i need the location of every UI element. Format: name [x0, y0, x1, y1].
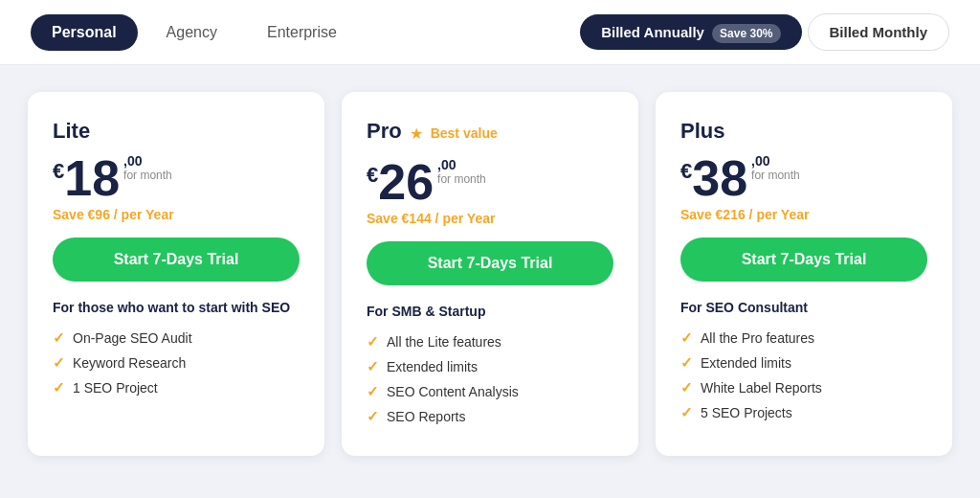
list-item: ✓All the Lite features — [367, 333, 613, 351]
plan-desc-lite: For those who want to start with SEO — [53, 299, 300, 318]
best-value-row: Pro ★ Best value — [367, 119, 613, 147]
price-row-pro: € 26 ,00 for month — [367, 157, 613, 207]
price-main-pro: 26 — [378, 157, 434, 207]
price-row-plus: € 38 ,00 for month — [680, 153, 927, 203]
tab-personal[interactable]: Personal — [31, 14, 138, 51]
plan-name-pro: Pro — [367, 119, 402, 144]
cards-section: Lite € 18 ,00 for month Save €96 / per Y… — [0, 65, 980, 475]
currency-plus: € — [680, 159, 692, 184]
list-item: ✓Extended limits — [680, 354, 927, 372]
save-text-lite: Save €96 / per Year — [53, 207, 300, 222]
list-item: ✓On-Page SEO Audit — [53, 329, 300, 347]
check-icon: ✓ — [367, 408, 379, 425]
plan-card-plus: Plus € 38 ,00 for month Save €216 / per … — [656, 92, 952, 456]
currency-lite: € — [53, 159, 64, 184]
list-item: ✓5 SEO Projects — [680, 404, 927, 421]
price-cents-pro: ,00 — [437, 157, 486, 172]
plan-card-pro: Pro ★ Best value € 26 ,00 for month Save… — [342, 92, 638, 456]
plan-name-plus: Plus — [680, 119, 927, 144]
feature-list-plus: ✓All the Pro features ✓Extended limits ✓… — [680, 329, 927, 421]
check-icon: ✓ — [680, 404, 693, 421]
tab-enterprise[interactable]: Enterprise — [246, 14, 358, 51]
list-item: ✓Extended limits — [367, 358, 613, 375]
plan-card-lite: Lite € 18 ,00 for month Save €96 / per Y… — [28, 92, 324, 456]
price-main-plus: 38 — [692, 153, 747, 203]
check-icon: ✓ — [53, 329, 65, 347]
list-item: ✓1 SEO Project — [53, 379, 300, 396]
trial-btn-plus[interactable]: Start 7-Days Trial — [680, 238, 927, 282]
check-icon: ✓ — [53, 354, 65, 372]
trial-btn-lite[interactable]: Start 7-Days Trial — [53, 238, 300, 282]
billing-annually-button[interactable]: Billed Annually Save 30% — [580, 14, 801, 50]
trial-btn-pro[interactable]: Start 7-Days Trial — [367, 241, 613, 285]
price-cents-plus: ,00 — [751, 153, 800, 169]
plan-desc-plus: For SEO Consultant — [680, 299, 927, 318]
save-text-plus: Save €216 / per Year — [680, 207, 927, 222]
feature-list-pro: ✓All the Lite features ✓Extended limits … — [367, 333, 613, 425]
check-icon: ✓ — [680, 379, 693, 396]
tab-agency[interactable]: Agency — [145, 14, 238, 51]
billing-monthly-button[interactable]: Billed Monthly — [808, 13, 950, 51]
check-icon: ✓ — [680, 329, 693, 347]
best-value-label: Best value — [431, 125, 498, 141]
save-text-pro: Save €144 / per Year — [367, 211, 613, 226]
price-period-pro: for month — [437, 172, 486, 186]
check-icon: ✓ — [680, 354, 693, 372]
price-main-lite: 18 — [64, 153, 120, 203]
price-period-lite: for month — [123, 169, 172, 182]
top-nav: Personal Agency Enterprise Billed Annual… — [0, 0, 980, 65]
list-item: ✓Keyword Research — [53, 354, 300, 372]
check-icon: ✓ — [53, 379, 65, 396]
list-item: ✓SEO Content Analysis — [367, 383, 613, 400]
check-icon: ✓ — [367, 383, 379, 400]
list-item: ✓White Label Reports — [680, 379, 927, 396]
list-item: ✓SEO Reports — [367, 408, 613, 425]
feature-list-lite: ✓On-Page SEO Audit ✓Keyword Research ✓1 … — [53, 329, 300, 396]
star-icon: ★ — [410, 124, 423, 143]
save-badge: Save 30% — [712, 24, 780, 43]
price-period-plus: for month — [751, 169, 800, 182]
plan-desc-pro: For SMB & Startup — [367, 303, 613, 322]
price-cents-lite: ,00 — [123, 153, 172, 169]
price-row-lite: € 18 ,00 for month — [53, 153, 300, 203]
currency-pro: € — [367, 163, 378, 188]
plan-name-lite: Lite — [53, 119, 300, 144]
plan-tabs: Personal Agency Enterprise — [31, 14, 358, 51]
check-icon: ✓ — [367, 333, 379, 351]
billing-toggle: Billed Annually Save 30% Billed Monthly — [580, 13, 949, 51]
check-icon: ✓ — [367, 358, 379, 375]
list-item: ✓All the Pro features — [680, 329, 927, 347]
